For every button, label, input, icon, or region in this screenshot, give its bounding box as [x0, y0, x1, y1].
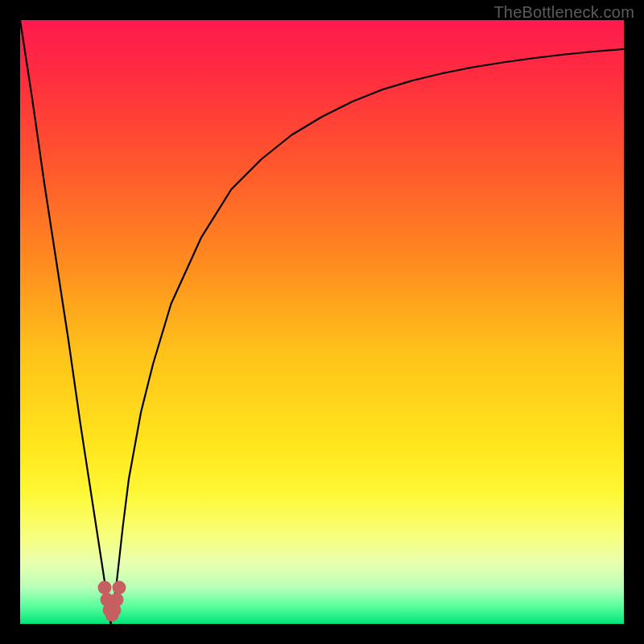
plot-area	[20, 20, 624, 624]
optimal-marker-dot	[113, 581, 126, 595]
bottleneck-curve	[20, 20, 624, 624]
optimal-marker-dot	[98, 581, 112, 595]
chart-overlay	[20, 20, 624, 624]
optimal-marker-cluster	[98, 581, 126, 622]
watermark-text: TheBottleneck.com	[493, 3, 634, 22]
optimal-marker-dot	[110, 593, 124, 607]
chart-frame: TheBottleneck.com	[0, 0, 644, 644]
